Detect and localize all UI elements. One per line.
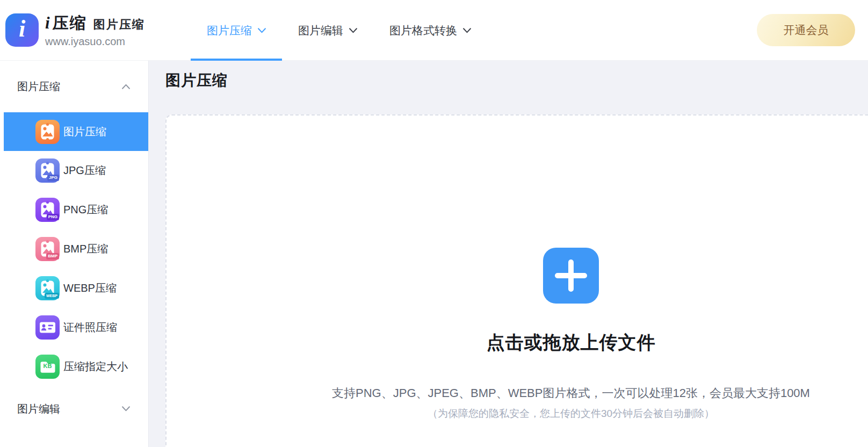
- main-nav: 图片压缩 图片编辑 图片格式转换: [191, 0, 487, 61]
- add-files-button[interactable]: [543, 248, 599, 304]
- chevron-up-icon: [122, 84, 130, 89]
- kb-badge: KB: [35, 363, 60, 369]
- open-membership-button[interactable]: 开通会员: [757, 14, 855, 46]
- nav-tab-label: 图片压缩: [207, 23, 252, 38]
- brand-name: 压缩: [53, 12, 87, 34]
- brand-mark: i: [45, 13, 50, 33]
- jpg-compress-icon: JPG: [35, 158, 60, 183]
- sidebar-item-label: PNG压缩: [63, 203, 108, 217]
- bmp-compress-icon: BMP: [35, 237, 60, 261]
- chevron-down-icon: [349, 28, 357, 33]
- upload-privacy-text: （为保障您的隐私安全，您上传的文件30分钟后会被自动删除）: [167, 407, 868, 421]
- sidebar-item-label: WEBP压缩: [63, 281, 117, 295]
- png-compress-icon: PNG: [35, 198, 60, 222]
- image-compress-icon: [35, 120, 60, 144]
- sidebar-item-compress-to-size[interactable]: KB 压缩指定大小: [0, 347, 148, 386]
- plus-icon: [543, 248, 599, 304]
- page-title: 图片压缩: [165, 70, 868, 91]
- bmp-badge: BMP: [46, 253, 59, 259]
- nav-tab-image-edit[interactable]: 图片编辑: [282, 0, 373, 61]
- webp-compress-icon: WEBP: [35, 276, 60, 300]
- upload-support-text: 支持PNG、JPG、JPEG、BMP、WEBP图片格式，一次可以处理12张，会员…: [167, 385, 868, 401]
- webp-badge: WEBP: [45, 293, 59, 299]
- upload-dropzone[interactable]: 点击或拖放上传文件 支持PNG、JPG、JPEG、BMP、WEBP图片格式，一次…: [165, 114, 868, 447]
- sidebar-item-label: 图片压缩: [63, 125, 106, 139]
- sidebar-item-id-photo-compress[interactable]: 证件照压缩: [0, 308, 148, 347]
- section-label: 图片编辑: [17, 402, 60, 416]
- chevron-down-icon: [463, 28, 471, 33]
- sidebar-item-webp-compress[interactable]: WEBP WEBP压缩: [0, 269, 148, 308]
- nav-tab-format-convert[interactable]: 图片格式转换: [373, 0, 487, 61]
- nav-tab-image-compress[interactable]: 图片压缩: [191, 0, 282, 61]
- nav-tab-label: 图片编辑: [298, 23, 343, 38]
- jpg-badge: JPG: [47, 175, 59, 181]
- logo-i-icon: i: [5, 13, 39, 47]
- sidebar-section-image-edit[interactable]: 图片编辑: [0, 386, 148, 431]
- section-label: 图片压缩: [17, 80, 60, 94]
- sidebar-item-label: BMP压缩: [63, 242, 108, 256]
- nav-tab-label: 图片格式转换: [389, 23, 457, 38]
- brand-domain: www.iyasuo.com: [45, 35, 145, 48]
- sidebar-item-jpg-compress[interactable]: JPG JPG压缩: [0, 151, 148, 190]
- chevron-down-icon: [122, 406, 130, 412]
- sidebar-item-png-compress[interactable]: PNG PNG压缩: [0, 190, 148, 229]
- sidebar: 图片压缩 图片压缩: [0, 61, 149, 447]
- top-header: i i 压缩 图片压缩 www.iyasuo.com 图片压缩 图片编辑 图片格…: [0, 0, 868, 61]
- site-logo[interactable]: i i 压缩 图片压缩 www.iyasuo.com: [5, 12, 145, 48]
- png-badge: PNG: [47, 214, 59, 220]
- brand-tagline: 图片压缩: [93, 17, 145, 33]
- sidebar-section-image-compress[interactable]: 图片压缩: [0, 61, 148, 112]
- sidebar-item-label: JPG压缩: [63, 163, 106, 178]
- upload-heading: 点击或拖放上传文件: [167, 330, 868, 355]
- sidebar-item-label: 压缩指定大小: [63, 359, 128, 374]
- sidebar-item-image-compress[interactable]: 图片压缩: [4, 112, 148, 151]
- main-content: 图片压缩 点击或拖放上传文件 支持PNG、JPG、JPEG、BMP、WEBP图片…: [149, 61, 868, 447]
- sidebar-item-label: 证件照压缩: [63, 320, 117, 335]
- id-photo-icon: [35, 315, 60, 340]
- chevron-down-icon: [258, 28, 266, 33]
- folder-kb-icon: KB: [35, 355, 60, 379]
- sidebar-item-bmp-compress[interactable]: BMP BMP压缩: [0, 229, 148, 269]
